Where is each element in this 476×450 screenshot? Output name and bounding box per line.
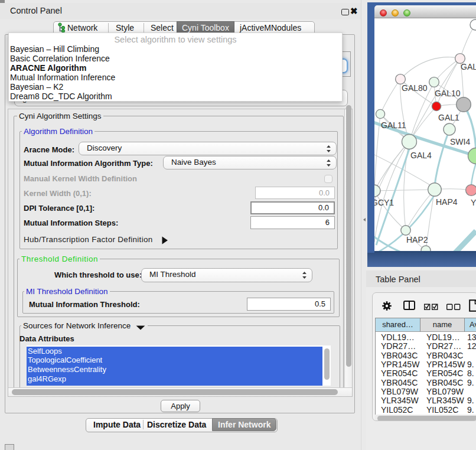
svg-text:HAP4: HAP4 <box>436 197 458 207</box>
svg-text:GAL: GAL <box>461 62 476 71</box>
svg-text:GAL1: GAL1 <box>438 113 459 122</box>
svg-text:GAL11: GAL11 <box>381 120 406 130</box>
svg-text:GAL10: GAL10 <box>435 89 461 98</box>
svg-text:HAP2: HAP2 <box>406 235 428 244</box>
svg-text:GCY1: GCY1 <box>374 198 394 207</box>
svg-text:SWI4: SWI4 <box>450 137 470 146</box>
svg-text:Y: Y <box>471 198 476 207</box>
svg-text:GAL80: GAL80 <box>402 83 428 93</box>
svg-text:GAL4: GAL4 <box>410 151 432 160</box>
